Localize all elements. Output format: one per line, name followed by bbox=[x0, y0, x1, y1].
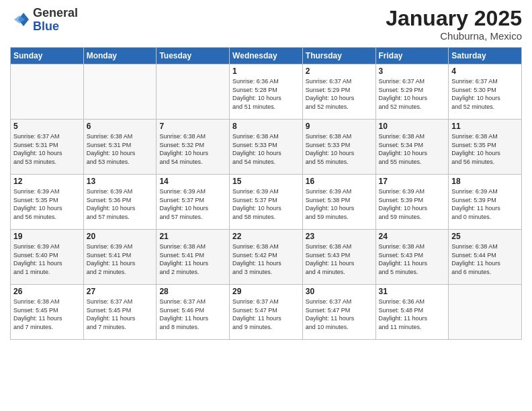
day-number: 30 bbox=[306, 287, 373, 296]
day-number: 20 bbox=[87, 232, 154, 241]
day-info: Sunrise: 6:37 AM Sunset: 5:45 PM Dayligh… bbox=[87, 298, 154, 331]
day-info: Sunrise: 6:39 AM Sunset: 5:39 PM Dayligh… bbox=[451, 187, 519, 221]
day-cell: 31Sunrise: 6:36 AM Sunset: 5:48 PM Dayli… bbox=[375, 285, 449, 340]
logo-icon bbox=[10, 10, 30, 30]
day-info: Sunrise: 6:38 AM Sunset: 5:42 PM Dayligh… bbox=[232, 242, 300, 276]
day-info: Sunrise: 6:38 AM Sunset: 5:43 PM Dayligh… bbox=[306, 242, 373, 276]
day-header-row: SundayMondayTuesdayWednesdayThursdayFrid… bbox=[11, 48, 522, 64]
logo: General Blue bbox=[10, 7, 78, 34]
day-cell bbox=[83, 64, 157, 120]
day-info: Sunrise: 6:36 AM Sunset: 5:48 PM Dayligh… bbox=[379, 298, 446, 331]
day-cell bbox=[157, 64, 230, 120]
day-number: 6 bbox=[87, 122, 154, 131]
day-header-monday: Monday bbox=[83, 48, 157, 64]
day-header-saturday: Saturday bbox=[449, 48, 522, 64]
day-cell: 19Sunrise: 6:39 AM Sunset: 5:40 PM Dayli… bbox=[11, 230, 84, 285]
day-number: 13 bbox=[87, 177, 154, 186]
day-cell: 16Sunrise: 6:39 AM Sunset: 5:38 PM Dayli… bbox=[302, 175, 375, 230]
week-row-2: 5Sunrise: 6:37 AM Sunset: 5:31 PM Daylig… bbox=[11, 120, 522, 175]
day-number: 8 bbox=[232, 122, 300, 131]
page-header: General Blue January 2025 Chuburna, Mexi… bbox=[10, 7, 522, 42]
day-cell: 15Sunrise: 6:39 AM Sunset: 5:37 PM Dayli… bbox=[230, 175, 303, 230]
day-info: Sunrise: 6:39 AM Sunset: 5:36 PM Dayligh… bbox=[87, 187, 154, 221]
day-info: Sunrise: 6:38 AM Sunset: 5:34 PM Dayligh… bbox=[379, 132, 446, 166]
day-cell: 22Sunrise: 6:38 AM Sunset: 5:42 PM Dayli… bbox=[230, 230, 303, 285]
day-info: Sunrise: 6:39 AM Sunset: 5:37 PM Dayligh… bbox=[232, 187, 300, 221]
day-info: Sunrise: 6:37 AM Sunset: 5:29 PM Dayligh… bbox=[379, 77, 446, 111]
day-number: 19 bbox=[13, 232, 81, 241]
day-info: Sunrise: 6:39 AM Sunset: 5:39 PM Dayligh… bbox=[379, 187, 446, 221]
day-cell: 12Sunrise: 6:39 AM Sunset: 5:35 PM Dayli… bbox=[11, 175, 84, 230]
day-info: Sunrise: 6:38 AM Sunset: 5:41 PM Dayligh… bbox=[159, 242, 226, 276]
week-row-5: 26Sunrise: 6:38 AM Sunset: 5:45 PM Dayli… bbox=[11, 285, 522, 340]
day-number: 7 bbox=[159, 122, 226, 131]
day-info: Sunrise: 6:38 AM Sunset: 5:33 PM Dayligh… bbox=[306, 132, 373, 166]
day-cell: 11Sunrise: 6:38 AM Sunset: 5:35 PM Dayli… bbox=[449, 120, 522, 175]
day-number: 11 bbox=[451, 122, 519, 131]
calendar-table: SundayMondayTuesdayWednesdayThursdayFrid… bbox=[10, 47, 522, 340]
day-number: 23 bbox=[306, 232, 373, 241]
day-cell: 13Sunrise: 6:39 AM Sunset: 5:36 PM Dayli… bbox=[83, 175, 157, 230]
day-number: 5 bbox=[13, 122, 81, 131]
day-cell: 20Sunrise: 6:39 AM Sunset: 5:41 PM Dayli… bbox=[83, 230, 157, 285]
day-info: Sunrise: 6:37 AM Sunset: 5:47 PM Dayligh… bbox=[232, 298, 300, 331]
day-info: Sunrise: 6:38 AM Sunset: 5:33 PM Dayligh… bbox=[232, 132, 300, 166]
day-cell: 8Sunrise: 6:38 AM Sunset: 5:33 PM Daylig… bbox=[230, 120, 303, 175]
logo-general: General bbox=[33, 7, 78, 20]
day-header-thursday: Thursday bbox=[302, 48, 375, 64]
day-number: 16 bbox=[306, 177, 373, 186]
day-cell: 25Sunrise: 6:38 AM Sunset: 5:44 PM Dayli… bbox=[449, 230, 522, 285]
day-number: 3 bbox=[379, 66, 446, 76]
day-info: Sunrise: 6:39 AM Sunset: 5:41 PM Dayligh… bbox=[87, 242, 154, 276]
day-number: 29 bbox=[232, 287, 300, 296]
day-number: 22 bbox=[232, 232, 300, 241]
week-row-1: 1Sunrise: 6:36 AM Sunset: 5:28 PM Daylig… bbox=[11, 64, 522, 120]
day-number: 15 bbox=[232, 177, 300, 186]
day-number: 31 bbox=[379, 287, 446, 296]
day-cell: 30Sunrise: 6:37 AM Sunset: 5:47 PM Dayli… bbox=[302, 285, 375, 340]
day-cell: 17Sunrise: 6:39 AM Sunset: 5:39 PM Dayli… bbox=[375, 175, 449, 230]
day-number: 21 bbox=[159, 232, 226, 241]
day-number: 25 bbox=[451, 232, 519, 241]
week-row-3: 12Sunrise: 6:39 AM Sunset: 5:35 PM Dayli… bbox=[11, 175, 522, 230]
day-info: Sunrise: 6:39 AM Sunset: 5:38 PM Dayligh… bbox=[306, 187, 373, 221]
day-number: 14 bbox=[159, 177, 226, 186]
day-number: 10 bbox=[379, 122, 446, 131]
day-cell: 27Sunrise: 6:37 AM Sunset: 5:45 PM Dayli… bbox=[83, 285, 157, 340]
day-info: Sunrise: 6:38 AM Sunset: 5:43 PM Dayligh… bbox=[379, 242, 446, 276]
day-cell: 24Sunrise: 6:38 AM Sunset: 5:43 PM Dayli… bbox=[375, 230, 449, 285]
day-number: 1 bbox=[232, 66, 300, 76]
day-cell: 6Sunrise: 6:38 AM Sunset: 5:31 PM Daylig… bbox=[83, 120, 157, 175]
day-number: 2 bbox=[306, 66, 373, 76]
day-number: 26 bbox=[13, 287, 81, 296]
day-cell: 7Sunrise: 6:38 AM Sunset: 5:32 PM Daylig… bbox=[157, 120, 230, 175]
day-cell: 21Sunrise: 6:38 AM Sunset: 5:41 PM Dayli… bbox=[157, 230, 230, 285]
day-cell: 28Sunrise: 6:37 AM Sunset: 5:46 PM Dayli… bbox=[157, 285, 230, 340]
day-info: Sunrise: 6:39 AM Sunset: 5:37 PM Dayligh… bbox=[159, 187, 226, 221]
day-cell: 26Sunrise: 6:38 AM Sunset: 5:45 PM Dayli… bbox=[11, 285, 84, 340]
day-number: 17 bbox=[379, 177, 446, 186]
day-number: 9 bbox=[306, 122, 373, 131]
day-cell: 29Sunrise: 6:37 AM Sunset: 5:47 PM Dayli… bbox=[230, 285, 303, 340]
day-cell: 18Sunrise: 6:39 AM Sunset: 5:39 PM Dayli… bbox=[449, 175, 522, 230]
day-info: Sunrise: 6:37 AM Sunset: 5:29 PM Dayligh… bbox=[306, 77, 373, 111]
day-info: Sunrise: 6:37 AM Sunset: 5:31 PM Dayligh… bbox=[13, 132, 81, 166]
day-cell bbox=[11, 64, 84, 120]
day-info: Sunrise: 6:37 AM Sunset: 5:47 PM Dayligh… bbox=[306, 298, 373, 331]
day-info: Sunrise: 6:38 AM Sunset: 5:32 PM Dayligh… bbox=[159, 132, 226, 166]
day-info: Sunrise: 6:38 AM Sunset: 5:44 PM Dayligh… bbox=[451, 242, 519, 276]
day-cell: 4Sunrise: 6:37 AM Sunset: 5:30 PM Daylig… bbox=[449, 64, 522, 120]
day-number: 24 bbox=[379, 232, 446, 241]
day-info: Sunrise: 6:37 AM Sunset: 5:30 PM Dayligh… bbox=[451, 77, 519, 111]
day-info: Sunrise: 6:38 AM Sunset: 5:45 PM Dayligh… bbox=[13, 298, 81, 331]
day-cell: 10Sunrise: 6:38 AM Sunset: 5:34 PM Dayli… bbox=[375, 120, 449, 175]
day-info: Sunrise: 6:39 AM Sunset: 5:35 PM Dayligh… bbox=[13, 187, 81, 221]
day-header-friday: Friday bbox=[375, 48, 449, 64]
day-info: Sunrise: 6:36 AM Sunset: 5:28 PM Dayligh… bbox=[232, 77, 300, 111]
day-number: 28 bbox=[159, 287, 226, 296]
logo-blue: Blue bbox=[33, 20, 78, 34]
day-cell: 23Sunrise: 6:38 AM Sunset: 5:43 PM Dayli… bbox=[302, 230, 375, 285]
day-number: 4 bbox=[451, 66, 519, 76]
day-cell bbox=[449, 285, 522, 340]
day-number: 18 bbox=[451, 177, 519, 186]
